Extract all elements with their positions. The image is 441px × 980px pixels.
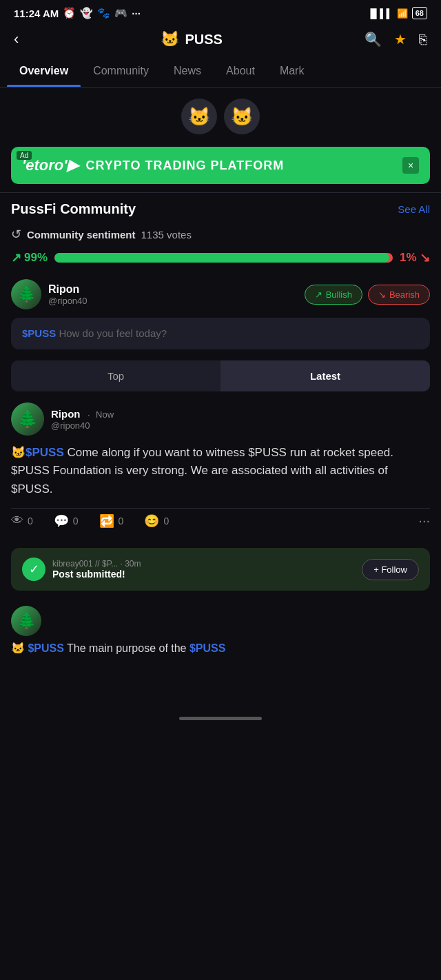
view-action[interactable]: 👁 0	[11, 513, 33, 528]
time-label: 11:24 AM	[14, 8, 59, 19]
ellipsis-icon: ···	[132, 8, 141, 19]
bull-fill	[54, 253, 389, 263]
home-indicator	[0, 710, 441, 724]
post-emoji: 🐱	[11, 446, 25, 459]
post-actions: 👁 0 💬 0 🔁 0 😊 0 ···	[11, 508, 430, 533]
comment-count: 0	[73, 515, 79, 527]
alarm-icon: ⏰	[63, 7, 76, 19]
coin-avatar-2: 🐱	[224, 99, 260, 134]
top-tab[interactable]: Top	[11, 360, 220, 391]
search-icon[interactable]: 🔍	[365, 31, 382, 48]
tab-market[interactable]: Mark	[267, 55, 317, 87]
bull-arrow-icon: ↗	[11, 250, 21, 265]
bear-percent: 1% ↘	[400, 250, 430, 265]
avatar: 🌲	[11, 279, 41, 309]
follow-button[interactable]: + Follow	[362, 559, 419, 580]
latest-tab[interactable]: Latest	[220, 360, 430, 391]
status-time: 11:24 AM ⏰ 👻 🐾 🎮 ···	[14, 7, 141, 19]
post-body: 🐱$PUSS Come along if you want to witness…	[11, 444, 430, 498]
community-section: PussFi Community See All ↺ Community sen…	[0, 201, 441, 541]
second-post-header: 🌲	[11, 606, 430, 636]
post-header: 🌲 Ripon · Now @ripon40	[11, 402, 430, 436]
tab-about[interactable]: About	[214, 55, 267, 87]
user-handle: @ripon40	[48, 296, 88, 306]
share-icon[interactable]: ⎘	[419, 32, 427, 48]
status-bar: 11:24 AM ⏰ 👻 🐾 🎮 ··· ▐▌▌▌ 📶 68	[0, 0, 441, 23]
user-name: Ripon	[48, 283, 88, 296]
bear-arrow-icon: ↘	[420, 250, 430, 265]
toast-notification: ✓ kibreay001 // $P... · 30m Post submitt…	[11, 548, 430, 591]
view-count: 0	[28, 515, 33, 527]
post-name-time: Ripon · Now	[51, 408, 114, 420]
comment-text: How do you feel today?	[59, 327, 167, 339]
repost-action[interactable]: 🔁 0	[99, 513, 124, 529]
second-post-text: The main purpose of the	[67, 642, 189, 654]
comment-placeholder: $PUSS How do you feel today?	[22, 327, 167, 339]
back-button[interactable]: ‹	[14, 30, 19, 48]
second-post-ticker: $PUSS	[28, 642, 63, 654]
nav-tabs: Overview Community News About Mark	[0, 55, 441, 88]
tab-news[interactable]: News	[161, 55, 214, 87]
more-button[interactable]: ···	[418, 513, 430, 529]
comment-ticker: $PUSS	[22, 327, 56, 339]
page-title: PUSS	[185, 32, 222, 48]
second-post-preview: 🌲 🐱 $PUSS The main purpose of the $PUSS	[0, 598, 441, 655]
eye-icon: 👁	[11, 513, 23, 528]
header-actions: 🔍 ★ ⎘	[365, 31, 427, 48]
tab-community[interactable]: Community	[81, 55, 161, 87]
toast-left: ✓ kibreay001 // $P... · 30m Post submitt…	[22, 558, 141, 581]
star-icon[interactable]: ★	[394, 31, 407, 48]
bearish-button[interactable]: ↘ Bearish	[368, 285, 430, 305]
toast-user: kibreay001 // $P... · 30m	[52, 559, 141, 569]
vote-count: 1135 votes	[141, 229, 192, 241]
bullish-button[interactable]: ↗ Bullish	[305, 285, 362, 305]
community-header: PussFi Community See All	[11, 201, 430, 217]
post-handle: @ripon40	[51, 420, 114, 431]
bottom-spacer	[0, 655, 441, 710]
coin-icon: 🐱	[161, 30, 179, 48]
header-center: 🐱 PUSS	[161, 30, 222, 48]
ad-content: 'etoro'▶ CRYPTO TRADING PLATFORM	[22, 156, 402, 174]
ad-banner: Ad 'etoro'▶ CRYPTO TRADING PLATFORM ×	[11, 147, 430, 184]
user-info: Ripon @ripon40	[48, 283, 88, 306]
sentiment-bar	[54, 253, 393, 263]
second-post-ticker2: $PUSS	[189, 642, 225, 654]
feed-toggle: Top Latest	[11, 360, 430, 391]
sentiment-buttons: ↗ Bullish ↘ Bearish	[305, 285, 430, 305]
coin-avatar: 🐱	[181, 99, 217, 134]
second-post-body: 🐱 $PUSS The main purpose of the $PUSS	[11, 642, 430, 655]
comment-action[interactable]: 💬 0	[54, 513, 79, 529]
community-title: PussFi Community	[11, 201, 136, 217]
second-post-emoji: 🐱	[11, 642, 25, 654]
sentiment-icon: ↺	[11, 227, 21, 242]
user-left: 🌲 Ripon @ripon40	[11, 279, 88, 309]
user-sentiment-row: 🌲 Ripon @ripon40 ↗ Bullish ↘ Bearish	[11, 279, 430, 309]
battery-indicator: 68	[412, 7, 427, 19]
post-time-sep: ·	[88, 409, 90, 420]
status-indicators: ▐▌▌▌ 📶 68	[367, 7, 427, 19]
sentiment-progress-row: ↗ 99% 1% ↘	[11, 250, 430, 265]
home-bar	[179, 717, 262, 720]
toast-check-icon: ✓	[22, 558, 45, 581]
toast-info: kibreay001 // $P... · 30m Post submitted…	[52, 559, 141, 580]
bull-icon: ↗	[315, 289, 322, 300]
ad-close-button[interactable]: ×	[402, 157, 419, 174]
post-time: Now	[96, 409, 114, 420]
comment-input[interactable]: $PUSS How do you feel today?	[11, 318, 430, 349]
reaction-action[interactable]: 😊 0	[144, 513, 169, 529]
coin-overview-area: 🐱 🐱	[0, 88, 441, 140]
repost-icon: 🔁	[99, 513, 114, 529]
post-user-name: Ripon	[51, 408, 81, 420]
sentiment-label: Community sentiment	[27, 229, 136, 241]
sentiment-row: ↺ Community sentiment 1135 votes	[11, 227, 430, 242]
bull-percent: ↗ 99%	[11, 250, 48, 265]
see-all-button[interactable]: See All	[398, 203, 430, 215]
game-icon: 🎮	[114, 7, 127, 19]
tab-overview[interactable]: Overview	[7, 55, 81, 87]
divider-1	[0, 192, 441, 193]
reaction-icon: 😊	[144, 513, 159, 529]
ghost-icon: 👻	[80, 7, 93, 19]
ad-label: Ad	[17, 151, 32, 160]
bear-icon: ↘	[378, 289, 386, 300]
app-header: ‹ 🐱 PUSS 🔍 ★ ⎘	[0, 23, 441, 55]
